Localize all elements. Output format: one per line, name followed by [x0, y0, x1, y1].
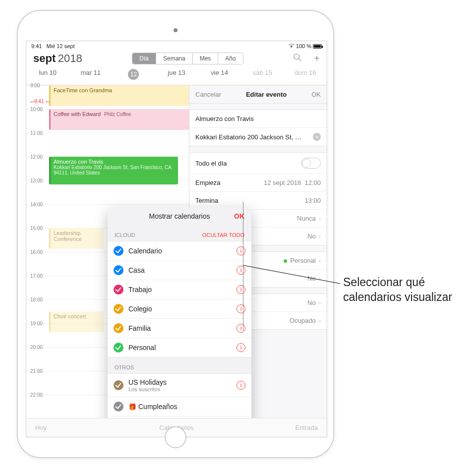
day-header-wed[interactable]: 12 — [112, 69, 155, 80]
status-date: Mié 12 sept — [47, 43, 75, 49]
ipad-device-frame: 9:41 Mié 12 sept 100 % sept 2018 Día Sem… — [17, 10, 334, 458]
calendar-name: US Holidays Los suscritos — [128, 378, 167, 392]
chevron-right-icon: › — [319, 317, 321, 324]
calendar-row-trabajo[interactable]: Trabajoi — [108, 280, 251, 299]
calendar-sub: Los suscritos — [128, 386, 167, 392]
calendar-row-casa[interactable]: Casai — [108, 261, 251, 280]
event-leadership[interactable]: Leadership Conference — [49, 228, 104, 249]
calendar-row-calendario[interactable]: Calendarioi — [108, 241, 251, 261]
hour-label: 20:00 — [30, 345, 43, 350]
section-header-icloud: ICLOUD OCULTAR TODO — [108, 225, 251, 241]
check-icon — [114, 343, 123, 353]
hour-label: 12:00 — [30, 154, 43, 160]
info-icon[interactable]: i — [237, 343, 245, 352]
event-title: Almuerzo con Travis — [54, 159, 175, 165]
cancel-button[interactable]: Cancelar — [195, 91, 221, 98]
year-label: 2018 — [58, 52, 82, 64]
day-header-sat[interactable]: sáb 15 — [241, 69, 284, 80]
travel-value: No — [307, 233, 316, 240]
calendar-row-familia[interactable]: Familiai — [108, 319, 251, 338]
calendar-row-us-holidays[interactable]: US Holidays Los suscritos i — [108, 374, 251, 397]
popover-title: Mostrar calendarios — [149, 212, 210, 220]
info-icon[interactable]: i — [237, 246, 245, 255]
check-icon — [114, 246, 123, 256]
hour-label: 10:00 — [30, 107, 43, 112]
day-header-tue[interactable]: mar 11 — [69, 69, 113, 80]
calendar-name: Calendario — [128, 247, 162, 255]
gift-icon: 🎁 — [128, 403, 136, 411]
view-segmented-control: Día Semana Mes Año — [132, 53, 243, 64]
home-button[interactable] — [165, 426, 186, 448]
info-icon[interactable]: i — [237, 324, 245, 333]
status-right: 100 % — [288, 43, 322, 49]
view-tab-month[interactable]: Mes — [193, 53, 219, 64]
status-time: 9:41 — [31, 43, 42, 49]
hour-label: 16:00 — [30, 249, 43, 255]
calendar-row-birthdays[interactable]: 🎁Cumpleaños — [108, 397, 251, 416]
event-location: Philz Coffee — [104, 112, 131, 117]
calendar-name: Familia — [128, 324, 151, 332]
check-icon — [114, 380, 123, 390]
view-tab-week[interactable]: Semana — [156, 53, 193, 64]
day-label: vie 14 — [211, 69, 228, 76]
event-location-field[interactable]: Kokkari Estiatorio 200 Jackson St, San..… — [189, 128, 327, 146]
section-label: ICLOUD — [115, 232, 135, 238]
info-icon[interactable]: i — [237, 285, 245, 294]
check-icon — [114, 304, 123, 314]
view-tab-year[interactable]: Año — [218, 53, 242, 64]
all-day-label: Todo el día — [195, 160, 227, 167]
hour-label: 22:00 — [30, 392, 43, 398]
event-name-field[interactable]: Almuerzo con Travis — [189, 110, 327, 128]
info-icon[interactable]: i — [237, 381, 245, 390]
hide-all-button[interactable]: OCULTAR TODO — [202, 232, 244, 238]
hour-label: 17:00 — [30, 273, 43, 279]
nav-actions: + — [293, 53, 320, 64]
check-icon — [114, 323, 123, 333]
show-as-value: Ocupado — [290, 317, 316, 324]
search-icon[interactable] — [293, 53, 302, 64]
nav-header: sept 2018 Día Semana Mes Año + — [26, 50, 327, 65]
day-header-thu[interactable]: jue 13 — [155, 69, 198, 80]
chevron-right-icon: › — [319, 215, 321, 222]
hour-label: 21:00 — [30, 368, 43, 374]
chevron-right-icon: › — [319, 233, 321, 240]
calendar-name: Casa — [128, 266, 145, 274]
day-header-sun[interactable]: dom 16 — [284, 69, 327, 80]
add-event-icon[interactable]: + — [314, 53, 320, 64]
calendar-row-personal[interactable]: Personali — [108, 338, 251, 357]
calendar-color-dot — [284, 259, 287, 263]
day-label: mar 11 — [81, 69, 101, 76]
inbox-button[interactable]: Entrada — [295, 424, 318, 431]
all-day-row: Todo el día — [189, 153, 327, 174]
calendars-popover: Mostrar calendarios OK ICLOUD OCULTAR TO… — [108, 207, 251, 437]
popover-ok-button[interactable]: OK — [234, 212, 244, 220]
event-lunch[interactable]: Almuerzo con Travis Kokkari Estiatorio 2… — [49, 157, 178, 184]
event-location: Kokkari Estiatorio 200 Jackson St, San F… — [54, 165, 175, 176]
ends-time: 13:00 — [304, 197, 321, 204]
chevron-right-icon: › — [319, 275, 321, 282]
hour-label: 14:00 — [30, 202, 43, 207]
today-button[interactable]: Hoy — [35, 424, 47, 431]
month-label: sept — [33, 52, 56, 64]
day-header-row: lun 10 mar 11 12 jue 13 vie 14 sáb 15 do… — [26, 65, 327, 85]
check-icon — [114, 402, 123, 412]
invitees-value: No — [307, 275, 316, 282]
event-title: Coffee with Edward — [54, 111, 101, 117]
info-icon[interactable]: i — [237, 304, 245, 313]
check-icon — [114, 285, 123, 295]
hour-label: 15:00 — [30, 226, 43, 231]
view-tab-day[interactable]: Día — [132, 53, 156, 64]
info-icon[interactable]: i — [237, 266, 245, 275]
event-choir[interactable]: Choir concert — [49, 311, 104, 332]
ok-button[interactable]: OK — [311, 91, 321, 98]
chevron-right-icon: › — [319, 257, 321, 264]
day-header-fri[interactable]: vie 14 — [198, 69, 241, 80]
all-day-toggle[interactable] — [301, 158, 321, 169]
chevron-right-icon: › — [319, 299, 321, 306]
calendar-row-colegio[interactable]: Colegioi — [108, 299, 251, 319]
starts-row[interactable]: Empieza 12 sept 2018 12:00 — [189, 174, 327, 192]
day-header-mon[interactable]: lun 10 — [26, 69, 69, 80]
clear-location-icon[interactable]: × — [313, 133, 321, 141]
month-title[interactable]: sept 2018 — [33, 52, 82, 65]
today-badge: 12 — [128, 69, 139, 80]
